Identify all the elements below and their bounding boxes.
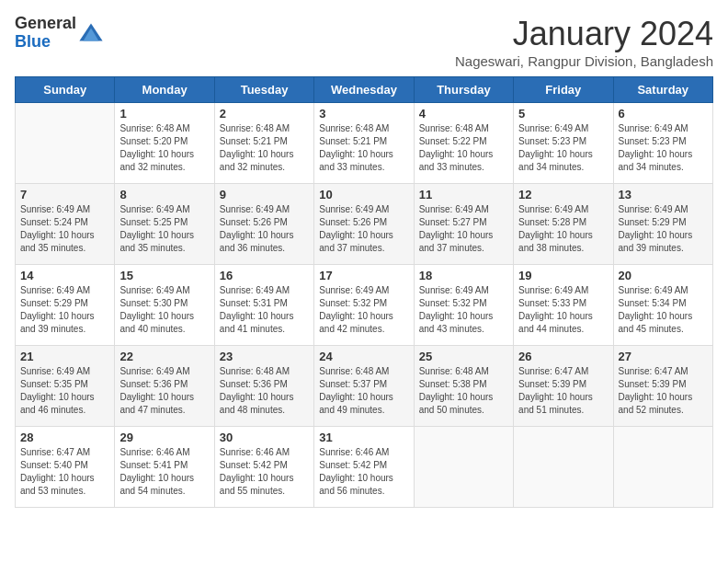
empty-cell (514, 427, 613, 508)
day-cell-30: 30Sunrise: 6:46 AM Sunset: 5:42 PM Dayli… (214, 427, 313, 508)
day-info: Sunrise: 6:49 AM Sunset: 5:27 PM Dayligh… (419, 203, 508, 255)
empty-cell (613, 427, 712, 508)
day-number: 9 (220, 188, 309, 201)
day-header-friday: Friday (514, 77, 613, 103)
day-cell-5: 5Sunrise: 6:49 AM Sunset: 5:23 PM Daylig… (514, 103, 613, 184)
day-info: Sunrise: 6:48 AM Sunset: 5:21 PM Dayligh… (220, 122, 309, 174)
day-cell-27: 27Sunrise: 6:47 AM Sunset: 5:39 PM Dayli… (613, 346, 712, 427)
day-info: Sunrise: 6:49 AM Sunset: 5:25 PM Dayligh… (119, 203, 209, 255)
logo-icon (78, 20, 104, 46)
day-info: Sunrise: 6:47 AM Sunset: 5:39 PM Dayligh… (518, 365, 608, 417)
day-number: 2 (220, 107, 309, 121)
day-cell-22: 22Sunrise: 6:49 AM Sunset: 5:36 PM Dayli… (115, 346, 214, 427)
day-info: Sunrise: 6:49 AM Sunset: 5:35 PM Dayligh… (20, 365, 109, 417)
day-info: Sunrise: 6:48 AM Sunset: 5:21 PM Dayligh… (319, 122, 408, 174)
day-info: Sunrise: 6:49 AM Sunset: 5:36 PM Dayligh… (119, 365, 209, 417)
day-number: 1 (119, 107, 209, 121)
day-cell-13: 13Sunrise: 6:49 AM Sunset: 5:29 PM Dayli… (613, 184, 712, 265)
day-cell-25: 25Sunrise: 6:48 AM Sunset: 5:38 PM Dayli… (414, 346, 513, 427)
day-number: 8 (119, 188, 209, 201)
day-info: Sunrise: 6:49 AM Sunset: 5:23 PM Dayligh… (518, 122, 608, 174)
day-number: 20 (619, 269, 708, 282)
day-info: Sunrise: 6:48 AM Sunset: 5:37 PM Dayligh… (319, 365, 408, 417)
day-header-monday: Monday (115, 77, 214, 103)
day-number: 24 (319, 350, 408, 363)
day-cell-15: 15Sunrise: 6:49 AM Sunset: 5:30 PM Dayli… (115, 265, 214, 346)
day-number: 11 (419, 188, 508, 201)
day-number: 4 (419, 107, 508, 121)
day-cell-10: 10Sunrise: 6:49 AM Sunset: 5:26 PM Dayli… (314, 184, 414, 265)
day-cell-16: 16Sunrise: 6:49 AM Sunset: 5:31 PM Dayli… (214, 265, 313, 346)
day-cell-3: 3Sunrise: 6:48 AM Sunset: 5:21 PM Daylig… (314, 103, 414, 184)
day-number: 17 (319, 269, 408, 282)
day-info: Sunrise: 6:49 AM Sunset: 5:30 PM Dayligh… (119, 284, 209, 336)
day-number: 30 (220, 431, 309, 444)
day-info: Sunrise: 6:48 AM Sunset: 5:22 PM Dayligh… (419, 122, 508, 174)
day-number: 13 (619, 188, 708, 201)
day-info: Sunrise: 6:49 AM Sunset: 5:33 PM Dayligh… (518, 284, 608, 336)
day-cell-11: 11Sunrise: 6:49 AM Sunset: 5:27 PM Dayli… (414, 184, 513, 265)
day-info: Sunrise: 6:46 AM Sunset: 5:42 PM Dayligh… (220, 446, 309, 498)
day-cell-18: 18Sunrise: 6:49 AM Sunset: 5:32 PM Dayli… (414, 265, 513, 346)
day-number: 3 (319, 107, 408, 121)
day-cell-24: 24Sunrise: 6:48 AM Sunset: 5:37 PM Dayli… (314, 346, 414, 427)
empty-cell (414, 427, 513, 508)
logo-blue: Blue (15, 32, 51, 51)
calendar-table: SundayMondayTuesdayWednesdayThursdayFrid… (15, 76, 713, 508)
day-cell-31: 31Sunrise: 6:46 AM Sunset: 5:42 PM Dayli… (314, 427, 414, 508)
logo-general: General (15, 14, 76, 32)
day-number: 31 (319, 431, 408, 444)
day-info: Sunrise: 6:49 AM Sunset: 5:26 PM Dayligh… (220, 203, 309, 255)
day-cell-28: 28Sunrise: 6:47 AM Sunset: 5:40 PM Dayli… (16, 427, 115, 508)
day-cell-26: 26Sunrise: 6:47 AM Sunset: 5:39 PM Dayli… (514, 346, 613, 427)
day-header-thursday: Thursday (414, 77, 513, 103)
day-info: Sunrise: 6:48 AM Sunset: 5:20 PM Dayligh… (119, 122, 209, 174)
day-number: 15 (119, 269, 209, 282)
day-cell-8: 8Sunrise: 6:49 AM Sunset: 5:25 PM Daylig… (115, 184, 214, 265)
day-cell-9: 9Sunrise: 6:49 AM Sunset: 5:26 PM Daylig… (214, 184, 313, 265)
day-header-sunday: Sunday (16, 77, 115, 103)
day-info: Sunrise: 6:47 AM Sunset: 5:40 PM Dayligh… (20, 446, 109, 498)
day-header-tuesday: Tuesday (214, 77, 313, 103)
day-cell-2: 2Sunrise: 6:48 AM Sunset: 5:21 PM Daylig… (214, 103, 313, 184)
day-number: 5 (518, 107, 608, 121)
page-header: General Blue January 2024 Nageswari, Ran… (15, 15, 713, 69)
location: Nageswari, Rangpur Division, Bangladesh (455, 53, 713, 69)
day-cell-23: 23Sunrise: 6:48 AM Sunset: 5:36 PM Dayli… (214, 346, 313, 427)
day-info: Sunrise: 6:48 AM Sunset: 5:36 PM Dayligh… (220, 365, 309, 417)
day-cell-6: 6Sunrise: 6:49 AM Sunset: 5:23 PM Daylig… (613, 103, 712, 184)
day-info: Sunrise: 6:49 AM Sunset: 5:28 PM Dayligh… (518, 203, 608, 255)
day-number: 18 (419, 269, 508, 282)
day-info: Sunrise: 6:49 AM Sunset: 5:32 PM Dayligh… (419, 284, 508, 336)
day-number: 28 (20, 431, 109, 444)
day-number: 19 (518, 269, 608, 282)
day-number: 10 (319, 188, 408, 201)
title-area: January 2024 Nageswari, Rangpur Division… (455, 15, 713, 69)
day-number: 21 (20, 350, 109, 363)
day-cell-12: 12Sunrise: 6:49 AM Sunset: 5:28 PM Dayli… (514, 184, 613, 265)
day-info: Sunrise: 6:49 AM Sunset: 5:23 PM Dayligh… (619, 122, 708, 174)
month-title: January 2024 (455, 15, 713, 53)
day-cell-14: 14Sunrise: 6:49 AM Sunset: 5:29 PM Dayli… (16, 265, 115, 346)
day-info: Sunrise: 6:49 AM Sunset: 5:29 PM Dayligh… (619, 203, 708, 255)
day-info: Sunrise: 6:49 AM Sunset: 5:26 PM Dayligh… (319, 203, 408, 255)
day-header-saturday: Saturday (613, 77, 712, 103)
day-info: Sunrise: 6:46 AM Sunset: 5:41 PM Dayligh… (119, 446, 209, 498)
day-info: Sunrise: 6:49 AM Sunset: 5:29 PM Dayligh… (20, 284, 109, 336)
day-number: 27 (619, 350, 708, 363)
day-cell-1: 1Sunrise: 6:48 AM Sunset: 5:20 PM Daylig… (115, 103, 214, 184)
day-info: Sunrise: 6:49 AM Sunset: 5:24 PM Dayligh… (20, 203, 109, 255)
day-info: Sunrise: 6:49 AM Sunset: 5:34 PM Dayligh… (619, 284, 708, 336)
day-cell-20: 20Sunrise: 6:49 AM Sunset: 5:34 PM Dayli… (613, 265, 712, 346)
day-cell-19: 19Sunrise: 6:49 AM Sunset: 5:33 PM Dayli… (514, 265, 613, 346)
day-number: 26 (518, 350, 608, 363)
day-info: Sunrise: 6:48 AM Sunset: 5:38 PM Dayligh… (419, 365, 508, 417)
logo: General Blue (15, 15, 104, 52)
empty-cell (16, 103, 115, 184)
day-number: 14 (20, 269, 109, 282)
day-info: Sunrise: 6:49 AM Sunset: 5:32 PM Dayligh… (319, 284, 408, 336)
day-number: 6 (619, 107, 708, 121)
day-number: 16 (220, 269, 309, 282)
day-cell-29: 29Sunrise: 6:46 AM Sunset: 5:41 PM Dayli… (115, 427, 214, 508)
day-cell-7: 7Sunrise: 6:49 AM Sunset: 5:24 PM Daylig… (16, 184, 115, 265)
